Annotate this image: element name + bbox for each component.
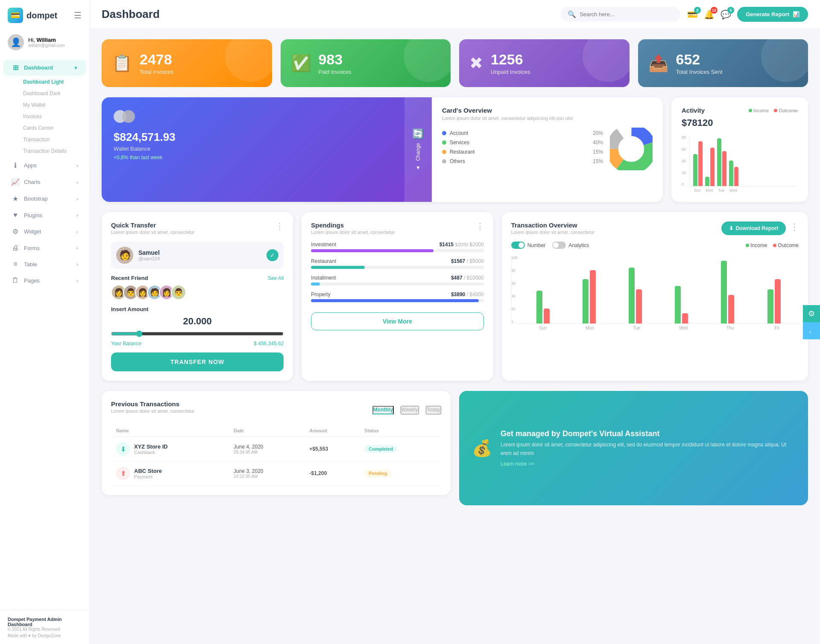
submenu-transaction-details[interactable]: Transaction Details: [19, 146, 86, 157]
sidebar-item-label: Widget: [24, 228, 41, 235]
apps-icon: ℹ: [11, 161, 20, 169]
pie-legend: Account 20% Services 40% Restaurant: [442, 130, 603, 168]
quick-transfer-card: Quick Transfer Lorem ipsum dolor sit ame…: [102, 212, 293, 381]
tx-amount-cell: -$1,200: [305, 461, 360, 486]
message-icon-btn[interactable]: 💬 5: [720, 9, 731, 20]
hamburger-icon[interactable]: ☰: [74, 10, 82, 20]
sidebar-item-label: Dashboard: [24, 64, 53, 71]
spending-restaurant-bar: [311, 266, 364, 269]
friend-avatar-6: 👨: [171, 285, 186, 300]
spending-property-bar-bg: [311, 299, 483, 302]
chevron-right-icon: ›: [76, 229, 78, 234]
toggle-analytics-label: Analytics: [568, 242, 589, 248]
col-date: Date: [228, 425, 305, 437]
droplet-icon: 💧: [807, 326, 816, 335]
tab-weekly[interactable]: Weekly: [401, 406, 419, 414]
chevron-right-icon: ›: [76, 213, 78, 218]
submenu-transaction[interactable]: Transaction: [19, 134, 86, 145]
sidebar-item-forms[interactable]: 🖨 Forms ›: [3, 240, 86, 256]
wallet-icon-btn[interactable]: 💳 2: [687, 9, 698, 20]
bar-sun-income: [693, 154, 697, 186]
wallet-card-top: [114, 110, 420, 123]
tx-overview-header-row: Transaction Overview Lorem ipsum dolor s…: [511, 221, 799, 241]
transfer-name: Samuel: [138, 249, 160, 256]
tx-bar-x-labels: Sun Mon Tue Wed Thu Fri: [511, 326, 799, 330]
chevron-right-icon: ›: [76, 245, 78, 251]
transfer-user: 🧑 Samuel @sam224 ✓: [111, 242, 284, 269]
tab-today[interactable]: Today: [426, 406, 441, 414]
va-learn-more-link[interactable]: Learn more >>: [501, 461, 534, 467]
submenu-cards-center[interactable]: Cards Center: [19, 122, 86, 134]
toggle-number-label: Number: [527, 242, 546, 248]
paid-invoices-label: Paid Invoices: [319, 69, 351, 75]
dashboard-submenu: Dashboard Light Dashboard Dark My Wallet…: [0, 76, 89, 157]
transfer-now-button[interactable]: TRANSFER NOW: [111, 353, 284, 371]
sidebar-item-label: Charts: [24, 179, 40, 185]
tx-date-cell: June 4, 2020 05:34:45 AM: [228, 437, 305, 461]
balance-value: $ 456,345.62: [254, 341, 284, 347]
toggle-row: Number Analytics Income Outcome: [511, 242, 799, 249]
tx-bar-thu: [706, 261, 749, 323]
quick-transfer-header: Quick Transfer Lorem ipsum dolor sit ame…: [111, 221, 284, 241]
amount-slider[interactable]: [111, 330, 284, 337]
tx-row-icon: ⬇: [116, 442, 130, 456]
sidebar-item-label: Table: [24, 261, 37, 268]
spending-investment-header: Investment $1415 $2000 $2000: [311, 242, 483, 248]
sidebar-item-charts[interactable]: 📈 Charts ›: [3, 174, 86, 190]
sidebar-item-plugins[interactable]: ♥ Plugins ›: [3, 207, 86, 223]
sidebar-item-pages[interactable]: 🗒 Pages ›: [3, 273, 86, 288]
toggle-analytics: Analytics: [552, 242, 589, 249]
sidebar-item-dashboard[interactable]: ⊞ Dashboard ▼: [3, 60, 86, 76]
chevron-right-icon: ›: [76, 196, 78, 201]
transfer-check-icon: ✓: [266, 249, 278, 261]
search-input[interactable]: [580, 11, 674, 17]
svg-point-4: [622, 140, 641, 158]
bar-x-labels: Sun Mon Tue Wed: [689, 188, 798, 192]
analytics-toggle[interactable]: [552, 242, 566, 249]
chevron-down-icon: ▼: [73, 65, 78, 70]
spendings-list: Investment $1415 $2000 $2000: [311, 242, 483, 302]
theme-side-button[interactable]: 💧: [803, 322, 820, 339]
refresh-icon: 🔄: [412, 128, 424, 140]
change-button[interactable]: 🔄 Change ▼: [404, 97, 432, 202]
submenu-invoices[interactable]: Invoices: [19, 111, 86, 122]
sidebar-item-table[interactable]: ≡ Table ›: [3, 256, 86, 272]
activity-legend: Income Outcome: [749, 108, 798, 113]
sidebar-item-widget[interactable]: ⚙ Widget ›: [3, 224, 86, 239]
tx-overview-menu-icon[interactable]: ⋮: [790, 221, 799, 232]
submenu-dashboard-light[interactable]: Dashboard Light: [19, 76, 86, 87]
spendings-header: Spendings Lorem ipsum dolor sit amet, co…: [311, 221, 483, 241]
tx-bar-fri-income: [767, 289, 773, 323]
sidebar-item-bootstrap[interactable]: ★ Bootstrap ›: [3, 191, 86, 207]
submenu-dashboard-dark[interactable]: Dashboard Dark: [19, 88, 86, 99]
user-hi: Hi, William: [28, 37, 65, 43]
download-report-button[interactable]: ⬇ Download Report: [721, 221, 786, 235]
number-toggle[interactable]: [511, 242, 525, 249]
chevron-down-icon: ▼: [416, 165, 421, 171]
legend-restaurant: Restaurant 15%: [442, 149, 603, 155]
submenu-my-wallet[interactable]: My Wallet: [19, 99, 86, 111]
settings-side-button[interactable]: ⚙: [803, 305, 820, 322]
see-all-link[interactable]: See All: [268, 275, 284, 281]
notification-icon-btn[interactable]: 🔔 12: [704, 9, 715, 20]
tx-row-type: Cashback: [134, 450, 168, 455]
tx-bar-mon: [568, 270, 611, 323]
tab-monthly[interactable]: Monthly: [372, 406, 394, 414]
view-more-button[interactable]: View More: [311, 312, 483, 330]
chevron-right-icon: ›: [76, 262, 78, 267]
table-row: ⬇ XYZ Store ID Cashback June 4, 2020 05:…: [111, 437, 441, 461]
chevron-right-icon: ›: [76, 278, 78, 283]
sidebar-item-apps[interactable]: ℹ Apps ›: [3, 157, 86, 173]
download-report-label: Download Report: [736, 225, 778, 231]
quick-transfer-title: Quick Transfer: [111, 221, 195, 229]
activity-header: Activity Income Outcome: [682, 107, 798, 114]
transfer-avatar: 🧑: [116, 247, 133, 264]
tx-bar-wed-income: [675, 286, 681, 323]
generate-report-button[interactable]: Generate Report 📊: [737, 7, 808, 22]
friends-avatars: 👩 👨 👩 🧑 👩 👨: [111, 285, 284, 300]
tx-bar-chart: [511, 256, 799, 324]
quick-transfer-menu-icon[interactable]: ⋮: [276, 221, 284, 231]
total-invoices-icon: 📋: [112, 54, 132, 73]
footer-title: Dompet Payment Admin Dashboard: [8, 617, 82, 627]
spendings-menu-icon[interactable]: ⋮: [476, 221, 484, 231]
